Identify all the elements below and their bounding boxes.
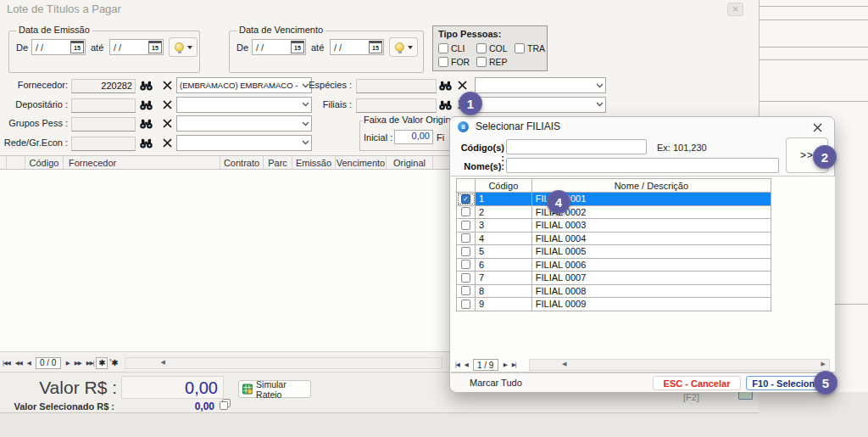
nome-input[interactable] — [506, 158, 779, 173]
grupos-pess-combo[interactable] — [176, 115, 312, 132]
emissao-ate-field[interactable]: / / 15 — [109, 39, 164, 55]
binoculars-search-icon[interactable] — [439, 100, 452, 110]
especies-code-field[interactable] — [356, 79, 437, 93]
tipo-checkbox-col[interactable]: COL — [476, 43, 515, 53]
calendar-icon[interactable]: 15 — [70, 41, 84, 53]
filial-checkbox-cell[interactable] — [457, 233, 476, 245]
nome-column-header[interactable]: Nome / Descrição — [532, 179, 771, 192]
grid-col-contrato[interactable]: Contrato — [220, 156, 264, 169]
filial-checkbox-cell[interactable] — [457, 285, 476, 298]
filial-checkbox-cell[interactable] — [457, 245, 476, 258]
vencimento-de-field[interactable]: / / 15 — [252, 39, 306, 55]
filial-checkbox[interactable] — [461, 207, 470, 216]
rede-gr-econ-code-field[interactable] — [71, 137, 136, 151]
checkbox-icon[interactable] — [476, 43, 487, 53]
tipo-checkbox-rep[interactable]: REP — [476, 57, 515, 67]
filial-row[interactable]: 5 FILIAL 0005 — [457, 245, 771, 259]
filial-row[interactable]: 4 FILIAL 0004 — [457, 233, 771, 246]
codigo-column-header[interactable]: Código — [476, 179, 532, 192]
tipo-checkbox-cli[interactable]: CLI — [438, 43, 476, 53]
rede-gr-econ-combo[interactable] — [176, 135, 312, 151]
filial-checkbox-cell[interactable] — [457, 298, 476, 311]
binoculars-search-icon[interactable] — [140, 138, 153, 148]
dialog-titlebar[interactable]: 8 Selecionar FILIAIS — [450, 117, 834, 137]
binoculars-search-icon[interactable] — [439, 81, 452, 91]
window-button[interactable]: ✕ — [727, 3, 743, 16]
simular-rateio-button[interactable]: Simular Rateio — [238, 380, 311, 398]
page-prev-icon[interactable]: |◀ — [453, 361, 462, 368]
nav-prev-icon[interactable]: ◀◀ — [13, 360, 25, 367]
page-next-icon[interactable]: ▶| — [509, 361, 519, 368]
calendar-icon[interactable]: 15 — [291, 41, 304, 53]
page-next-icon[interactable]: ▶ — [501, 361, 509, 368]
filial-row[interactable]: 9 FILIAL 0009 — [457, 298, 771, 311]
filial-checkbox[interactable]: ✓ — [461, 194, 470, 204]
checkbox-icon[interactable] — [515, 43, 525, 53]
grid-col-fornecedor[interactable]: Fornecedor — [64, 156, 220, 169]
filial-checkbox-cell[interactable] — [457, 272, 476, 284]
filial-checkbox[interactable] — [461, 221, 470, 230]
filial-row[interactable]: 3 FILIAL 0003 — [457, 219, 771, 233]
nav-prev-icon[interactable]: |◀◀ — [0, 360, 13, 367]
clear-icon[interactable] — [163, 138, 172, 148]
fornecedor-code-field[interactable]: 220282 — [71, 79, 136, 93]
checkbox-icon[interactable] — [438, 57, 448, 67]
depositario-code-field[interactable] — [71, 98, 136, 113]
nav-next-icon[interactable]: ▶ — [64, 360, 72, 367]
scroll-left-icon[interactable]: ◀ — [562, 361, 566, 367]
filial-checkbox-cell[interactable]: ✓ — [457, 193, 476, 205]
dialog-horizontal-scrollbar[interactable]: ◀ ▶ — [529, 359, 830, 371]
vencimento-ate-field[interactable]: / / 15 — [330, 39, 384, 55]
clear-icon[interactable] — [163, 100, 172, 109]
calendar-icon[interactable]: 15 — [148, 41, 162, 53]
filiais-combo[interactable] — [475, 97, 606, 113]
filial-checkbox[interactable] — [461, 273, 470, 283]
filial-checkbox[interactable] — [461, 286, 470, 295]
binoculars-search-icon[interactable] — [140, 119, 153, 129]
tipo-checkbox-tra[interactable]: TRA — [515, 43, 553, 53]
grid-col-original[interactable]: Original — [387, 156, 433, 169]
filial-checkbox[interactable] — [461, 233, 470, 243]
especies-combo[interactable] — [475, 77, 606, 93]
filial-checkbox-cell[interactable] — [457, 259, 476, 272]
clear-icon[interactable] — [458, 81, 467, 90]
binoculars-search-icon[interactable] — [140, 100, 153, 110]
filial-row[interactable]: 8 FILIAL 0008 — [457, 285, 771, 299]
nav-next-icon[interactable]: ▶▶ — [72, 360, 84, 367]
filial-checkbox[interactable] — [461, 300, 470, 309]
page-prev-icon[interactable]: ◀ — [462, 361, 470, 368]
emissao-de-field[interactable]: / / 15 — [31, 39, 86, 55]
insert-copy-button[interactable]: '✱ — [108, 357, 120, 369]
checkbox-icon[interactable] — [438, 43, 448, 53]
scroll-left-icon[interactable]: ◀ — [160, 359, 164, 366]
tipo-checkbox-for[interactable]: FOR — [438, 57, 476, 67]
cancel-button[interactable]: ESC - Cancelar — [653, 376, 741, 390]
horizontal-scrollbar[interactable]: ◀ — [125, 357, 442, 369]
date-shortcut-button[interactable] — [169, 37, 198, 57]
filial-checkbox[interactable] — [461, 247, 470, 256]
clear-icon[interactable] — [163, 81, 172, 90]
filial-row[interactable]: 7 FILIAL 0007 — [457, 272, 771, 285]
filial-row[interactable]: 2 FILIAL 0002 — [457, 206, 771, 220]
binoculars-search-icon[interactable] — [140, 81, 153, 91]
filial-checkbox-cell[interactable] — [457, 206, 476, 219]
marcar-tudo-button[interactable]: Marcar Tudo — [470, 378, 522, 388]
grid-col-vencimento[interactable]: Vencimento — [336, 156, 387, 169]
codigo-input[interactable] — [506, 139, 647, 154]
grid-col-codigo[interactable]: Código — [25, 156, 64, 169]
grid-col-parc[interactable]: Parc — [264, 156, 292, 169]
filial-checkbox[interactable] — [461, 260, 470, 269]
nav-next-icon[interactable]: ▶▶| — [84, 360, 97, 367]
filiais-code-field[interactable] — [356, 98, 437, 113]
grid-col-emissao[interactable]: Emissão — [292, 156, 336, 169]
clear-icon[interactable] — [163, 119, 172, 128]
inicial-value-field[interactable]: 0,00 — [394, 130, 433, 144]
filial-checkbox-cell[interactable] — [457, 219, 476, 232]
nav-prev-icon[interactable]: ◀ — [25, 360, 33, 367]
copy-icon[interactable] — [220, 399, 231, 412]
calendar-icon[interactable]: 15 — [369, 41, 382, 53]
insert-record-button[interactable]: ✱ — [96, 357, 108, 369]
grupos-pess-code-field[interactable] — [71, 117, 136, 132]
checkbox-icon[interactable] — [476, 57, 487, 67]
filial-row[interactable]: 6 FILIAL 0006 — [457, 259, 771, 272]
